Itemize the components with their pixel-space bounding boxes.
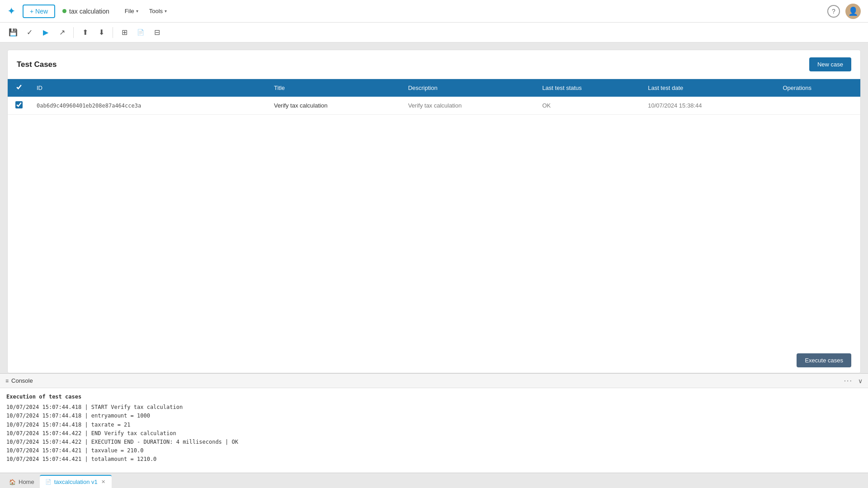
row-operations <box>776 97 860 115</box>
col-id: ID <box>30 79 268 97</box>
file-menu[interactable]: File ▾ <box>120 5 143 17</box>
row-status: OK <box>536 97 642 115</box>
console-expand-button[interactable]: ∨ <box>858 377 863 385</box>
file-menu-label: File <box>125 8 134 14</box>
execute-cases-button[interactable]: Execute cases <box>797 353 851 367</box>
console-log-line: 10/07/2024 15:07:44.422 | END Verify tax… <box>6 429 862 438</box>
console-header: ≡ Console ··· ∨ <box>0 374 868 388</box>
grid-button[interactable]: ⊟ <box>149 25 165 40</box>
console-content: Execution of test cases 10/07/2024 15:07… <box>0 388 868 473</box>
tools-menu[interactable]: Tools ▾ <box>145 5 171 17</box>
col-title: Title <box>268 79 402 97</box>
view-button[interactable]: ⊞ <box>117 25 132 40</box>
row-checkbox[interactable] <box>15 101 23 108</box>
col-last-test-status: Last test status <box>536 79 642 97</box>
tab-indicator-label: tax calculation <box>69 8 109 15</box>
row-title: Verify tax calculation <box>268 97 402 115</box>
tab-home[interactable]: 🏠 Home <box>4 475 40 488</box>
console-icon: ≡ <box>5 378 9 384</box>
tab-taxcalculation-label: taxcalculation v1 <box>54 479 98 485</box>
test-cases-panel: Test Cases New case ID Title Description… <box>7 50 861 373</box>
new-button[interactable]: + New <box>23 5 55 18</box>
row-description: Verify tax calculation <box>402 97 536 115</box>
logo-icon[interactable]: ✦ <box>7 5 15 17</box>
console-log-line: 10/07/2024 15:07:44.422 | EXECUTION END … <box>6 438 862 446</box>
row-id: 0ab6d9c40960401eb208e87a464cce3a <box>30 97 268 115</box>
toolbar-sep-1 <box>73 27 74 38</box>
new-case-button[interactable]: New case <box>809 57 851 71</box>
col-operations: Operations <box>776 79 860 97</box>
console-dots-button[interactable]: ··· <box>844 377 853 385</box>
tab-file-icon: 📄 <box>45 479 52 485</box>
main-area: Test Cases New case ID Title Description… <box>0 42 868 473</box>
help-button[interactable]: ? <box>827 5 840 18</box>
col-last-test-date: Last test date <box>642 79 776 97</box>
tab-close-button[interactable]: ✕ <box>100 479 106 485</box>
console-log: 10/07/2024 15:07:44.418 | START Verify t… <box>6 403 862 464</box>
tab-taxcalculation[interactable]: 📄 taxcalculation v1 ✕ <box>40 475 112 488</box>
col-description: Description <box>402 79 536 97</box>
console-log-line: 10/07/2024 15:07:44.421 | totalamount = … <box>6 455 862 464</box>
console-section-title: Execution of test cases <box>6 393 862 401</box>
console-log-line: 10/07/2024 15:07:44.418 | START Verify t… <box>6 403 862 412</box>
check-button[interactable]: ✓ <box>22 25 37 40</box>
upload-button[interactable]: ⬆ <box>77 25 93 40</box>
download-button[interactable]: ⬇ <box>94 25 109 40</box>
run-button[interactable]: ▶ <box>38 25 53 40</box>
table-body: 0ab6d9c40960401eb208e87a464cce3a Verify … <box>8 97 860 115</box>
panel-header: Test Cases New case <box>8 50 860 79</box>
file-menu-arrow: ▾ <box>136 9 138 14</box>
panel-title: Test Cases <box>17 60 57 69</box>
avatar[interactable]: 👤 <box>845 4 861 19</box>
nav-right: ? 👤 <box>827 4 861 19</box>
status-dot <box>62 9 66 13</box>
console-log-line: 10/07/2024 15:07:44.418 | entryamount = … <box>6 412 862 420</box>
nav-menus: File ▾ Tools ▾ <box>120 5 171 17</box>
table-container: ID Title Description Last test status La… <box>8 79 860 348</box>
export-button[interactable]: ↗ <box>54 25 70 40</box>
tab-indicator: tax calculation <box>62 8 109 15</box>
col-checkbox <box>8 79 30 97</box>
toolbar: 💾 ✓ ▶ ↗ ⬆ ⬇ ⊞ 📄 ⊟ <box>0 23 868 42</box>
toolbar-sep-2 <box>113 27 113 38</box>
execute-area: Execute cases <box>8 348 860 373</box>
select-all-checkbox[interactable] <box>15 84 23 91</box>
console-panel: ≡ Console ··· ∨ Execution of test cases … <box>0 373 868 473</box>
tools-menu-arrow: ▾ <box>165 9 167 14</box>
table-row: 0ab6d9c40960401eb208e87a464cce3a Verify … <box>8 97 860 115</box>
row-checkbox-cell <box>8 97 30 115</box>
tools-menu-label: Tools <box>149 8 163 14</box>
console-log-line: 10/07/2024 15:07:44.418 | taxrate = 21 <box>6 421 862 429</box>
home-icon: 🏠 <box>9 479 16 485</box>
tab-home-label: Home <box>19 479 34 485</box>
console-log-line: 10/07/2024 15:07:44.421 | taxvalue = 210… <box>6 446 862 455</box>
table-header-row: ID Title Description Last test status La… <box>8 79 860 97</box>
doc-button[interactable]: 📄 <box>133 25 148 40</box>
row-date: 10/07/2024 15:38:44 <box>642 97 776 115</box>
console-title-area: ≡ Console <box>5 377 33 384</box>
bottom-tabs: 🏠 Home 📄 taxcalculation v1 ✕ <box>0 473 868 488</box>
save-button[interactable]: 💾 <box>5 25 21 40</box>
test-cases-table: ID Title Description Last test status La… <box>8 79 860 115</box>
top-nav: ✦ + New tax calculation File ▾ Tools ▾ ?… <box>0 0 868 23</box>
console-title: Console <box>11 377 33 384</box>
